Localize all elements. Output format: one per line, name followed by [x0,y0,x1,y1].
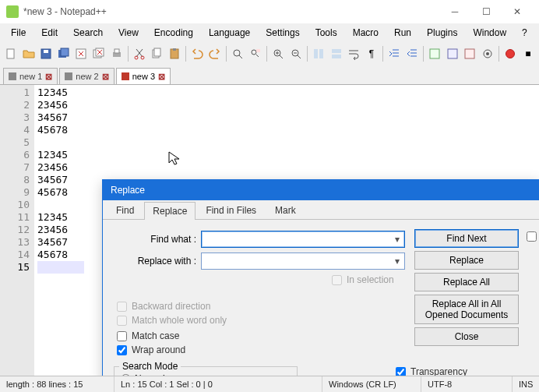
indent-icon[interactable] [386,44,403,63]
search-mode-title: Search Mode [119,361,181,372]
menu-run[interactable]: Run [386,25,419,41]
close-tab-icon[interactable]: ⊠ [45,72,52,82]
wrap-around-check[interactable]: Wrap around [117,344,185,355]
new-file-icon[interactable] [3,44,19,63]
dialog-title: Replace [103,180,539,200]
svg-rect-25 [430,49,439,58]
doc-tab-3[interactable]: new 3⊠ [116,68,171,84]
doc-tab-3-label: new 3 [132,72,155,81]
save-icon[interactable] [38,44,55,63]
zoom-out-icon[interactable] [288,44,305,63]
find-icon[interactable] [230,44,246,63]
menu-file[interactable]: File [3,25,33,41]
app-icon [6,5,19,18]
record-macro-icon[interactable] [502,44,519,63]
line-number-gutter: 123456789101112131415 [0,85,34,376]
search-mode-group: Search Mode Normal Extended (\n, \r, \t,… [114,366,298,376]
func-list-icon[interactable] [427,44,443,63]
sync-v-icon[interactable] [311,44,327,63]
chevron-down-icon[interactable]: ▾ [392,255,403,267]
doc-map-icon[interactable] [462,44,478,63]
maximize-button[interactable]: ☐ [470,0,502,23]
match-case-check[interactable]: Match case [117,330,179,341]
replace-all-button[interactable]: Replace All [414,273,519,291]
tab-replace[interactable]: Replace [144,202,196,220]
toolbar: ¶ ■ [0,42,539,65]
menu-plugins[interactable]: Plugins [419,25,465,41]
close-dialog-button[interactable]: Close [414,327,519,346]
replace-icon[interactable] [248,44,264,63]
menu-view[interactable]: View [111,25,146,41]
status-mode: INS [513,376,539,392]
search-mode-normal[interactable]: Normal [121,373,165,376]
document-tabbar: new 1⊠ new 2⊠ new 3⊠ [0,65,539,84]
find-what-input[interactable]: ▾ [201,231,405,248]
find-next-button[interactable]: Find Next [414,229,519,248]
sync-h-icon[interactable] [329,44,345,63]
menu-encoding[interactable]: Encoding [146,25,201,41]
svg-rect-27 [465,49,474,58]
menu-edit[interactable]: Edit [33,25,65,41]
svg-rect-24 [332,55,341,58]
copy-icon[interactable] [149,44,165,63]
svg-point-29 [486,52,489,55]
replace-dialog: Replace Find Replace Find in Files Mark … [102,179,539,376]
find-next-direction-check[interactable] [527,231,537,242]
all-chars-icon[interactable]: ¶ [364,44,380,63]
status-encoding: UTF-8 [421,376,513,392]
doc-tab-1-label: new 1 [19,72,42,81]
close-tab-icon[interactable]: ⊠ [102,72,109,82]
svg-rect-23 [332,49,341,53]
in-selection-check: In selection [332,274,394,285]
app-title: *new 3 - Notepad++ [23,6,439,17]
replace-button[interactable]: Replace [414,251,519,270]
close-button[interactable]: ✕ [502,0,533,23]
menu-language[interactable]: Language [201,25,258,41]
status-eol: Windows (CR LF) [322,376,421,392]
menu-window[interactable]: Window [465,25,514,41]
svg-rect-18 [256,49,260,52]
save-all-icon[interactable] [56,44,72,63]
chevron-down-icon[interactable]: ▾ [392,233,403,245]
print-icon[interactable] [108,44,125,63]
svg-rect-26 [448,49,457,58]
replace-all-opened-button[interactable]: Replace All in All Opened Documents [414,295,519,324]
folder-view-icon[interactable] [444,44,460,63]
close-file-icon[interactable] [73,44,90,63]
backward-check: Backward direction [117,301,210,312]
menu-settings[interactable]: Settings [258,25,307,41]
monitor-icon[interactable] [480,44,496,63]
undo-icon[interactable] [189,44,206,63]
whole-word-check: Match whole word only [117,315,227,326]
paste-icon[interactable] [167,44,183,63]
redo-icon[interactable] [207,44,224,63]
tab-find-in-files[interactable]: Find in Files [197,201,265,219]
menu-tools[interactable]: Tools [308,25,345,41]
replace-with-label: Replace with : [111,256,201,267]
tab-find[interactable]: Find [107,201,143,219]
transparency-check[interactable]: Transparency [396,366,467,376]
doc-tab-1[interactable]: new 1⊠ [3,68,58,84]
stop-macro-icon[interactable]: ■ [520,44,537,63]
menu-help[interactable]: ? [514,25,535,41]
menu-macro[interactable]: Macro [345,25,386,41]
svg-rect-2 [44,50,48,53]
open-file-icon[interactable] [21,44,37,63]
cut-icon[interactable] [132,44,148,63]
tab-mark[interactable]: Mark [266,201,305,219]
menu-search[interactable]: Search [65,25,111,41]
svg-rect-9 [114,49,119,53]
replace-with-input[interactable]: ▾ [201,253,405,270]
close-tab-icon[interactable]: ⊠ [158,72,165,82]
minimize-button[interactable]: ─ [439,0,470,23]
status-length: length : 88 lines : 15 [0,376,114,392]
svg-rect-13 [154,48,160,56]
status-bar: length : 88 lines : 15 Ln : 15 Col : 1 S… [0,376,539,392]
zoom-in-icon[interactable] [270,44,287,63]
wrap-icon[interactable] [346,44,362,63]
close-all-icon[interactable] [91,44,107,63]
doc-tab-2[interactable]: new 2⊠ [59,68,114,84]
svg-rect-4 [61,48,69,56]
outdent-icon[interactable] [404,44,421,63]
doc-tab-2-label: new 2 [76,72,98,81]
